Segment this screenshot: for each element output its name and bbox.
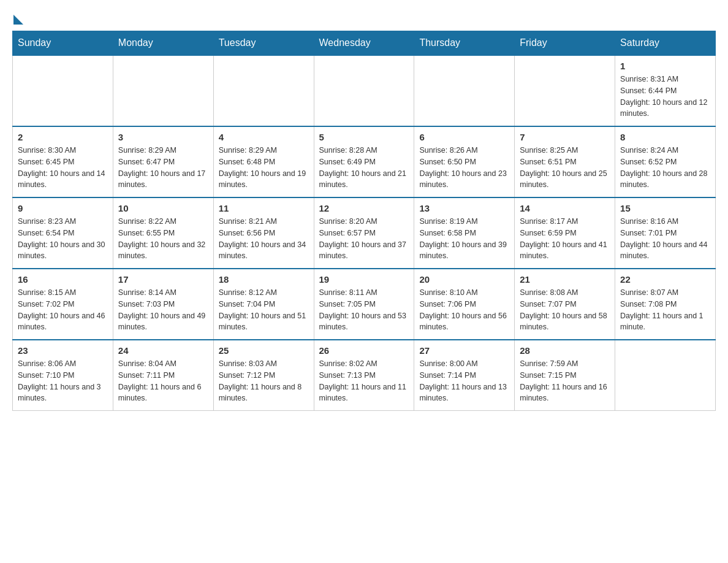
calendar-cell: 1Sunrise: 8:31 AMSunset: 6:44 PMDaylight… xyxy=(615,55,716,126)
calendar-cell: 16Sunrise: 8:15 AMSunset: 7:02 PMDayligh… xyxy=(13,269,113,340)
weekday-header-friday: Friday xyxy=(515,31,615,56)
week-row-5: 23Sunrise: 8:06 AMSunset: 7:10 PMDayligh… xyxy=(13,340,716,411)
weekday-header-tuesday: Tuesday xyxy=(213,31,314,56)
calendar-cell: 15Sunrise: 8:16 AMSunset: 7:01 PMDayligh… xyxy=(615,197,716,269)
day-info: Sunrise: 8:22 AMSunset: 6:55 PMDaylight:… xyxy=(118,216,208,262)
logo-arrow-icon xyxy=(13,15,23,25)
day-number: 21 xyxy=(520,274,610,285)
day-number: 19 xyxy=(319,274,409,285)
day-number: 18 xyxy=(219,274,309,285)
day-info: Sunrise: 8:30 AMSunset: 6:45 PMDaylight:… xyxy=(18,145,108,191)
day-info: Sunrise: 8:06 AMSunset: 7:10 PMDaylight:… xyxy=(18,358,108,404)
calendar-cell: 11Sunrise: 8:21 AMSunset: 6:56 PMDayligh… xyxy=(213,197,314,269)
calendar-cell: 27Sunrise: 8:00 AMSunset: 7:14 PMDayligh… xyxy=(414,340,515,411)
calendar-cell: 10Sunrise: 8:22 AMSunset: 6:55 PMDayligh… xyxy=(113,197,213,269)
day-info: Sunrise: 8:31 AMSunset: 6:44 PMDaylight:… xyxy=(620,74,710,120)
calendar-table: SundayMondayTuesdayWednesdayThursdayFrid… xyxy=(12,31,716,411)
day-info: Sunrise: 8:23 AMSunset: 6:54 PMDaylight:… xyxy=(18,216,108,262)
calendar-cell: 25Sunrise: 8:03 AMSunset: 7:12 PMDayligh… xyxy=(213,340,314,411)
calendar-cell: 18Sunrise: 8:12 AMSunset: 7:04 PMDayligh… xyxy=(213,269,314,340)
calendar-cell xyxy=(515,55,615,126)
day-number: 10 xyxy=(118,203,208,213)
day-number: 28 xyxy=(520,345,610,356)
page-header xyxy=(12,12,716,25)
week-row-1: 1Sunrise: 8:31 AMSunset: 6:44 PMDaylight… xyxy=(13,55,716,126)
day-info: Sunrise: 8:08 AMSunset: 7:07 PMDaylight:… xyxy=(520,287,610,333)
calendar-cell: 3Sunrise: 8:29 AMSunset: 6:47 PMDaylight… xyxy=(113,126,213,197)
day-number: 4 xyxy=(219,132,309,142)
weekday-header-monday: Monday xyxy=(113,31,213,56)
calendar-cell: 14Sunrise: 8:17 AMSunset: 6:59 PMDayligh… xyxy=(515,197,615,269)
day-info: Sunrise: 8:03 AMSunset: 7:12 PMDaylight:… xyxy=(219,358,309,404)
day-info: Sunrise: 8:20 AMSunset: 6:57 PMDaylight:… xyxy=(319,216,409,262)
logo xyxy=(12,12,23,25)
calendar-cell xyxy=(13,55,113,126)
day-info: Sunrise: 7:59 AMSunset: 7:15 PMDaylight:… xyxy=(520,358,610,404)
calendar-cell xyxy=(314,55,414,126)
day-info: Sunrise: 8:10 AMSunset: 7:06 PMDaylight:… xyxy=(419,287,509,333)
calendar-cell: 4Sunrise: 8:29 AMSunset: 6:48 PMDaylight… xyxy=(213,126,314,197)
calendar-cell xyxy=(615,340,716,411)
calendar-cell xyxy=(213,55,314,126)
calendar-cell: 23Sunrise: 8:06 AMSunset: 7:10 PMDayligh… xyxy=(13,340,113,411)
day-info: Sunrise: 8:14 AMSunset: 7:03 PMDaylight:… xyxy=(118,287,208,333)
day-number: 7 xyxy=(520,132,610,142)
day-info: Sunrise: 8:24 AMSunset: 6:52 PMDaylight:… xyxy=(620,145,710,191)
calendar-cell: 28Sunrise: 7:59 AMSunset: 7:15 PMDayligh… xyxy=(515,340,615,411)
day-info: Sunrise: 8:21 AMSunset: 6:56 PMDaylight:… xyxy=(219,216,309,262)
day-number: 6 xyxy=(419,132,509,142)
day-number: 26 xyxy=(319,345,409,356)
day-info: Sunrise: 8:11 AMSunset: 7:05 PMDaylight:… xyxy=(319,287,409,333)
day-info: Sunrise: 8:02 AMSunset: 7:13 PMDaylight:… xyxy=(319,358,409,404)
calendar-cell: 2Sunrise: 8:30 AMSunset: 6:45 PMDaylight… xyxy=(13,126,113,197)
week-row-4: 16Sunrise: 8:15 AMSunset: 7:02 PMDayligh… xyxy=(13,269,716,340)
day-number: 3 xyxy=(118,132,208,142)
calendar-cell: 24Sunrise: 8:04 AMSunset: 7:11 PMDayligh… xyxy=(113,340,213,411)
day-info: Sunrise: 8:26 AMSunset: 6:50 PMDaylight:… xyxy=(419,145,509,191)
weekday-header-sunday: Sunday xyxy=(13,31,113,56)
day-info: Sunrise: 8:19 AMSunset: 6:58 PMDaylight:… xyxy=(419,216,509,262)
day-info: Sunrise: 8:28 AMSunset: 6:49 PMDaylight:… xyxy=(319,145,409,191)
calendar-cell xyxy=(414,55,515,126)
day-info: Sunrise: 8:29 AMSunset: 6:48 PMDaylight:… xyxy=(219,145,309,191)
calendar-cell: 21Sunrise: 8:08 AMSunset: 7:07 PMDayligh… xyxy=(515,269,615,340)
day-number: 8 xyxy=(620,132,710,142)
day-number: 23 xyxy=(18,345,108,356)
day-number: 20 xyxy=(419,274,509,285)
weekday-header-row: SundayMondayTuesdayWednesdayThursdayFrid… xyxy=(13,31,716,56)
week-row-2: 2Sunrise: 8:30 AMSunset: 6:45 PMDaylight… xyxy=(13,126,716,197)
calendar-cell: 5Sunrise: 8:28 AMSunset: 6:49 PMDaylight… xyxy=(314,126,414,197)
day-number: 17 xyxy=(118,274,208,285)
calendar-cell: 19Sunrise: 8:11 AMSunset: 7:05 PMDayligh… xyxy=(314,269,414,340)
day-number: 2 xyxy=(18,132,108,142)
calendar-cell: 12Sunrise: 8:20 AMSunset: 6:57 PMDayligh… xyxy=(314,197,414,269)
day-number: 13 xyxy=(419,203,509,213)
day-info: Sunrise: 8:25 AMSunset: 6:51 PMDaylight:… xyxy=(520,145,610,191)
calendar-cell: 8Sunrise: 8:24 AMSunset: 6:52 PMDaylight… xyxy=(615,126,716,197)
calendar-cell: 9Sunrise: 8:23 AMSunset: 6:54 PMDaylight… xyxy=(13,197,113,269)
day-number: 27 xyxy=(419,345,509,356)
day-number: 1 xyxy=(620,61,710,71)
calendar-cell: 26Sunrise: 8:02 AMSunset: 7:13 PMDayligh… xyxy=(314,340,414,411)
day-number: 16 xyxy=(18,274,108,285)
weekday-header-thursday: Thursday xyxy=(414,31,515,56)
day-number: 12 xyxy=(319,203,409,213)
calendar-cell: 7Sunrise: 8:25 AMSunset: 6:51 PMDaylight… xyxy=(515,126,615,197)
calendar-cell: 13Sunrise: 8:19 AMSunset: 6:58 PMDayligh… xyxy=(414,197,515,269)
week-row-3: 9Sunrise: 8:23 AMSunset: 6:54 PMDaylight… xyxy=(13,197,716,269)
weekday-header-wednesday: Wednesday xyxy=(314,31,414,56)
day-number: 15 xyxy=(620,203,710,213)
day-number: 14 xyxy=(520,203,610,213)
day-info: Sunrise: 8:15 AMSunset: 7:02 PMDaylight:… xyxy=(18,287,108,333)
day-number: 24 xyxy=(118,345,208,356)
day-number: 25 xyxy=(219,345,309,356)
calendar-cell: 6Sunrise: 8:26 AMSunset: 6:50 PMDaylight… xyxy=(414,126,515,197)
day-info: Sunrise: 8:04 AMSunset: 7:11 PMDaylight:… xyxy=(118,358,208,404)
calendar-cell: 22Sunrise: 8:07 AMSunset: 7:08 PMDayligh… xyxy=(615,269,716,340)
calendar-cell xyxy=(113,55,213,126)
day-info: Sunrise: 8:29 AMSunset: 6:47 PMDaylight:… xyxy=(118,145,208,191)
calendar-cell: 20Sunrise: 8:10 AMSunset: 7:06 PMDayligh… xyxy=(414,269,515,340)
day-info: Sunrise: 8:12 AMSunset: 7:04 PMDaylight:… xyxy=(219,287,309,333)
day-number: 5 xyxy=(319,132,409,142)
day-info: Sunrise: 8:16 AMSunset: 7:01 PMDaylight:… xyxy=(620,216,710,262)
